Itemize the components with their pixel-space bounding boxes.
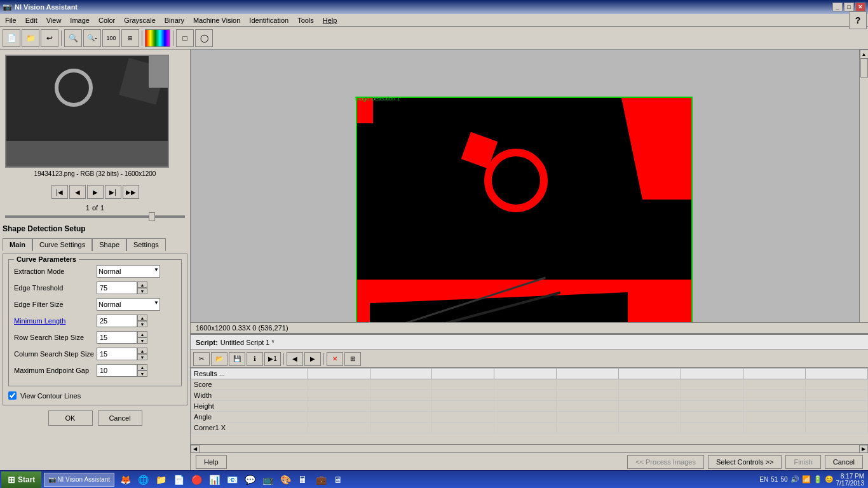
- select-controls-button[interactable]: Select Controls >>: [708, 455, 782, 469]
- taskbar-icon-13[interactable]: 🖥: [329, 473, 346, 487]
- menu-help[interactable]: Help: [319, 15, 341, 26]
- help-button[interactable]: Help: [196, 455, 227, 469]
- script-info-button[interactable]: ℹ: [247, 352, 263, 366]
- time-display: 8:17 PM: [836, 473, 865, 480]
- column-search-step-down-button[interactable]: ▼: [137, 354, 147, 360]
- extraction-mode-select[interactable]: Normal Advanced: [97, 265, 160, 278]
- max-endpoint-gap-down-button[interactable]: ▼: [137, 370, 147, 377]
- menu-binary[interactable]: Binary: [161, 15, 188, 26]
- menu-edit[interactable]: Edit: [22, 15, 41, 26]
- width-label: Width: [191, 390, 308, 401]
- menu-file[interactable]: File: [1, 15, 20, 26]
- minimum-length-down-button[interactable]: ▼: [137, 321, 147, 327]
- tab-curve-settings[interactable]: Curve Settings: [32, 238, 92, 251]
- maximize-button[interactable]: □: [844, 3, 854, 11]
- toolbar-open-button[interactable]: 📁: [22, 29, 39, 47]
- start-button[interactable]: ⊞ Start: [1, 471, 41, 488]
- toolbar-fit-button[interactable]: ⊞: [121, 29, 139, 47]
- left-panel: 19434123.png - RGB (32 bits) - 1600x1200…: [0, 50, 191, 470]
- shape-setup-title: Shape Detection Setup: [3, 222, 187, 236]
- edge-threshold-up-button[interactable]: ▲: [137, 281, 147, 288]
- taskbar-icon-1[interactable]: 🦊: [116, 473, 132, 487]
- menu-identification[interactable]: Identification: [245, 15, 292, 26]
- menu-grayscale[interactable]: Grayscale: [120, 15, 159, 26]
- script-cut-button[interactable]: ✂: [193, 352, 210, 366]
- help-question-button[interactable]: ?: [849, 11, 867, 29]
- ok-button[interactable]: OK: [48, 410, 93, 426]
- toolbar-zoom100-button[interactable]: 100: [102, 29, 120, 47]
- title-bar-controls[interactable]: _ □ ✕: [832, 3, 865, 11]
- script-delete-button[interactable]: ✕: [327, 352, 343, 366]
- taskbar-app-item[interactable]: 📷 NI Vision Assistant: [44, 473, 114, 487]
- column-search-step-up-button[interactable]: ▲: [137, 348, 147, 354]
- nav-first-button[interactable]: |◀: [51, 185, 68, 199]
- toolbar-zoomout-button[interactable]: 🔍-: [83, 29, 101, 47]
- toolbar-rect-button[interactable]: □: [176, 29, 194, 47]
- process-images-button[interactable]: << Process Images: [627, 455, 704, 469]
- menu-color[interactable]: Color: [95, 15, 119, 26]
- script-back-button[interactable]: ◀: [287, 352, 303, 366]
- nav-play-button[interactable]: ▶▶: [123, 185, 139, 199]
- taskbar-icon-6[interactable]: 📊: [205, 473, 221, 487]
- taskbar-icon-2[interactable]: 🌐: [133, 473, 150, 487]
- max-endpoint-gap-input[interactable]: [97, 364, 137, 377]
- toolbar-undo-button[interactable]: ↩: [41, 29, 58, 47]
- taskbar-icon-5[interactable]: 🔴: [187, 473, 203, 487]
- edge-filter-size-select[interactable]: Normal Fine Coarse: [97, 298, 160, 311]
- script-forward-button[interactable]: ▶: [304, 352, 321, 366]
- script-run1-button[interactable]: ▶1: [264, 352, 281, 366]
- slider-thumb[interactable]: [149, 212, 155, 221]
- cancel-button[interactable]: Cancel: [98, 410, 142, 426]
- taskbar-icon-7[interactable]: 📧: [222, 473, 239, 487]
- nav-prev-button[interactable]: ◀: [69, 185, 86, 199]
- edge-threshold-down-button[interactable]: ▼: [137, 288, 147, 294]
- taskbar-icon-3[interactable]: 📁: [151, 473, 168, 487]
- taskbar-icon-4[interactable]: 📄: [169, 473, 186, 487]
- results-col-9: [743, 369, 806, 379]
- menu-machinevision[interactable]: Machine Vision: [189, 15, 244, 26]
- tab-settings[interactable]: Settings: [126, 238, 166, 251]
- taskbar-icon-10[interactable]: 🎨: [276, 473, 292, 487]
- minimum-length-input[interactable]: [97, 315, 137, 327]
- toolbar-color-button[interactable]: [145, 29, 170, 47]
- menu-tools[interactable]: Tools: [294, 15, 318, 26]
- taskbar-icon-12[interactable]: 💼: [311, 473, 328, 487]
- edge-threshold-input[interactable]: [97, 281, 137, 294]
- view-contour-lines-label: View Contour Lines: [20, 392, 81, 400]
- nav-next-button[interactable]: ▶: [87, 185, 104, 199]
- taskbar-icon-9[interactable]: 📺: [258, 473, 275, 487]
- minimize-button[interactable]: _: [832, 3, 843, 11]
- taskbar-icon-11[interactable]: 🖩: [294, 473, 310, 487]
- menu-view[interactable]: View: [43, 15, 65, 26]
- toolbar-circle-button[interactable]: ◯: [195, 29, 213, 47]
- taskbar-icon-8[interactable]: 💬: [240, 473, 257, 487]
- row-search-step-down-button[interactable]: ▼: [137, 337, 147, 344]
- taskbar: ⊞ Start 📷 NI Vision Assistant 🦊 🌐 📁 📄 🔴 …: [0, 470, 868, 488]
- tab-main[interactable]: Main: [3, 238, 32, 251]
- height-val-2: [370, 401, 432, 412]
- toolbar-new-button[interactable]: 📄: [3, 29, 20, 47]
- menu-image[interactable]: Image: [66, 15, 93, 26]
- script-open-button[interactable]: 📂: [211, 352, 227, 366]
- taskbar-app-icon: 📷: [48, 476, 56, 483]
- results-col-7: [619, 369, 681, 379]
- toolbar-zoomin-button[interactable]: 🔍: [64, 29, 82, 47]
- row-search-step-up-button[interactable]: ▲: [137, 331, 147, 337]
- minimum-length-up-button[interactable]: ▲: [137, 315, 147, 321]
- script-save-button[interactable]: 💾: [229, 352, 245, 366]
- max-endpoint-gap-up-button[interactable]: ▲: [137, 364, 147, 370]
- view-contour-lines-checkbox[interactable]: [8, 391, 17, 400]
- tab-shape[interactable]: Shape: [92, 238, 126, 251]
- scroll-thumb[interactable]: [860, 58, 868, 78]
- row-search-step-input[interactable]: [97, 331, 137, 344]
- close-button[interactable]: ✕: [855, 3, 865, 11]
- script-grid-button[interactable]: ⊞: [344, 352, 361, 366]
- scroll-up-button[interactable]: ▲: [860, 50, 869, 58]
- slider-track[interactable]: [5, 215, 185, 218]
- finish-button[interactable]: Finish: [785, 455, 820, 469]
- nav-last-button[interactable]: ▶|: [105, 185, 121, 199]
- column-search-step-input[interactable]: [97, 348, 137, 360]
- bottom-cancel-button[interactable]: Cancel: [825, 455, 863, 469]
- red-region-topleft: [357, 98, 373, 123]
- table-container[interactable]: Results ...: [191, 368, 868, 444]
